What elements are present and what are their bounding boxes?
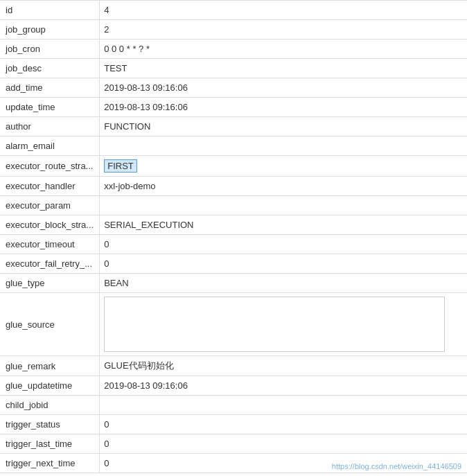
row-label: job_desc — [0, 59, 100, 78]
row-label: executor_param — [0, 196, 100, 215]
row-label: trigger_status — [0, 415, 100, 434]
table-row: executor_fail_retry_...0 — [0, 254, 467, 274]
row-value: BEAN — [100, 274, 467, 293]
table-row: glue_source — [0, 293, 467, 356]
row-value: TEST — [100, 59, 467, 78]
row-label: id — [0, 1, 100, 20]
table-row: update_time2019-08-13 09:16:06 — [0, 98, 467, 117]
row-label: executor_route_stra... — [0, 156, 100, 177]
row-value: GLUE代码初始化 — [100, 356, 467, 376]
table-row: id4 — [0, 1, 467, 20]
row-label: child_jobid — [0, 396, 100, 415]
table-row: executor_handlerxxl-job-demo — [0, 177, 467, 196]
row-value — [100, 396, 467, 415]
row-label: trigger_last_time — [0, 434, 100, 454]
row-label: executor_timeout — [0, 235, 100, 254]
row-value: 2019-08-13 09:16:06 — [100, 98, 467, 117]
row-value: FUNCTION — [100, 117, 467, 136]
highlighted-value: FIRST — [104, 159, 137, 173]
row-value: 4 — [100, 1, 467, 20]
row-value: 0 — [100, 434, 467, 454]
data-table: id4job_group2job_cron0 0 0 * * ? *job_de… — [0, 0, 467, 473]
table-row: executor_param — [0, 196, 467, 215]
row-value: 2019-08-13 09:16:06 — [100, 78, 467, 98]
table-row: glue_remarkGLUE代码初始化 — [0, 356, 467, 376]
row-label: update_time — [0, 98, 100, 117]
table-row: job_group2 — [0, 20, 467, 39]
table-row: executor_block_stra...SERIAL_EXECUTION — [0, 215, 467, 235]
row-label: glue_source — [0, 293, 100, 356]
row-value: 0 — [100, 235, 467, 254]
row-value: 0 — [100, 254, 467, 274]
row-label: executor_handler — [0, 177, 100, 196]
table-row: authorFUNCTION — [0, 117, 467, 136]
table-row: job_cron0 0 0 * * ? * — [0, 39, 467, 59]
table-row: child_jobid — [0, 396, 467, 415]
table-row: trigger_last_time0 — [0, 434, 467, 454]
row-label: job_cron — [0, 39, 100, 59]
row-value — [100, 136, 467, 156]
row-value: SERIAL_EXECUTION — [100, 215, 467, 235]
table-row: glue_updatetime2019-08-13 09:16:06 — [0, 376, 467, 396]
table-row: executor_timeout0 — [0, 235, 467, 254]
row-label: job_group — [0, 20, 100, 39]
watermark-text: https://blog.csdn.net/weixin_44146509 — [332, 462, 461, 470]
row-label: trigger_next_time — [0, 454, 100, 473]
row-label: glue_updatetime — [0, 376, 100, 396]
row-label: executor_block_stra... — [0, 215, 100, 235]
row-label: glue_remark — [0, 356, 100, 376]
table-row: add_time2019-08-13 09:16:06 — [0, 78, 467, 98]
table-row: alarm_email — [0, 136, 467, 156]
row-value: FIRST — [100, 156, 467, 177]
row-value — [100, 196, 467, 215]
row-value: xxl-job-demo — [100, 177, 467, 196]
row-label: alarm_email — [0, 136, 100, 156]
table-row: trigger_status0 — [0, 415, 467, 434]
row-value: 0 0 0 * * ? * — [100, 39, 467, 59]
row-value: 2019-08-13 09:16:06 — [100, 376, 467, 396]
row-label: executor_fail_retry_... — [0, 254, 100, 274]
row-label: add_time — [0, 78, 100, 98]
table-row: job_descTEST — [0, 59, 467, 78]
table-row: glue_typeBEAN — [0, 274, 467, 293]
table-row: executor_route_stra...FIRST — [0, 156, 467, 177]
row-value: 2 — [100, 20, 467, 39]
row-value: 0 — [100, 415, 467, 434]
row-label: glue_type — [0, 274, 100, 293]
row-value — [100, 293, 467, 356]
row-label: author — [0, 117, 100, 136]
glue-source-area — [104, 297, 445, 352]
